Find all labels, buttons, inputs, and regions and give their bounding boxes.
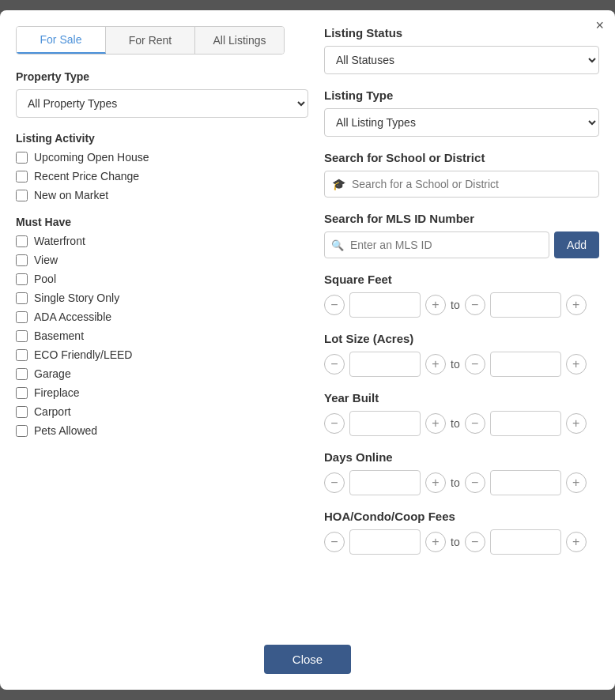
checkbox-pool-input[interactable]: [16, 273, 28, 285]
checkbox-fireplace-label: Fireplace: [34, 386, 80, 399]
hoa-fees-min-increment[interactable]: +: [425, 532, 446, 552]
year-built-max-decrement[interactable]: −: [465, 413, 485, 434]
square-feet-range: − + to − +: [324, 292, 599, 318]
checkbox-waterfront-label: Waterfront: [34, 235, 85, 247]
checkbox-view[interactable]: View: [16, 254, 308, 266]
listing-status-select[interactable]: All Statuses: [324, 46, 599, 74]
checkbox-fireplace[interactable]: Fireplace: [16, 386, 308, 399]
year-built-min-decrement[interactable]: −: [324, 413, 345, 434]
checkbox-new-on-market-input[interactable]: [16, 190, 28, 201]
checkbox-new-on-market[interactable]: New on Market: [16, 189, 308, 201]
square-feet-to: to: [451, 299, 460, 311]
listing-activity-label: Listing Activity: [16, 132, 308, 145]
checkbox-single-story-only-label: Single Story Only: [34, 292, 119, 304]
must-have-label: Must Have: [16, 216, 308, 228]
checkbox-basement-input[interactable]: [16, 330, 28, 342]
close-icon[interactable]: ×: [595, 18, 604, 32]
hoa-fees-max-input[interactable]: [490, 529, 561, 555]
hoa-fees-to: to: [451, 536, 460, 548]
days-online-min-decrement[interactable]: −: [324, 472, 345, 493]
checkbox-upcoming-open-house[interactable]: Upcoming Open House: [16, 151, 308, 164]
search-icon: 🔍: [331, 239, 344, 251]
year-built-max-input[interactable]: [490, 411, 561, 436]
days-online-min-increment[interactable]: +: [425, 472, 446, 493]
days-online-range: − + to − +: [324, 470, 599, 495]
listing-tabs: For Sale For Rent All Listings: [16, 26, 285, 55]
year-built-range: − + to − +: [324, 411, 599, 436]
checkbox-carport-input[interactable]: [16, 406, 28, 418]
checkbox-waterfront[interactable]: Waterfront: [16, 235, 308, 247]
property-type-select[interactable]: All Property Types: [16, 89, 308, 118]
close-button[interactable]: Close: [264, 645, 351, 674]
days-online-min-input[interactable]: [349, 470, 421, 495]
checkbox-waterfront-input[interactable]: [16, 235, 28, 247]
checkbox-upcoming-open-house-input[interactable]: [16, 152, 28, 164]
tab-for-sale[interactable]: For Sale: [17, 27, 106, 54]
checkbox-eco-friendly-label: ECO Friendly/LEED: [34, 348, 132, 361]
square-feet-max-increment[interactable]: +: [566, 295, 587, 315]
year-built-min-increment[interactable]: +: [425, 413, 446, 434]
checkbox-pets-allowed-label: Pets Allowed: [34, 424, 97, 437]
checkbox-garage[interactable]: Garage: [16, 367, 308, 380]
year-built-min-input[interactable]: [349, 411, 421, 436]
year-built-to: to: [451, 417, 460, 430]
mls-input-wrapper: 🔍: [324, 231, 549, 258]
listing-type-select[interactable]: All Listing Types: [324, 108, 599, 137]
checkbox-view-label: View: [34, 254, 58, 266]
checkbox-eco-friendly[interactable]: ECO Friendly/LEED: [16, 348, 308, 361]
checkbox-eco-friendly-input[interactable]: [16, 349, 28, 361]
lot-size-to: to: [451, 358, 460, 371]
checkbox-ada-accessible[interactable]: ADA Accessible: [16, 310, 308, 323]
square-feet-max-input[interactable]: [490, 292, 561, 318]
school-search-wrapper: 🎓: [324, 171, 599, 198]
lot-size-max-decrement[interactable]: −: [465, 354, 485, 374]
checkbox-single-story-only[interactable]: Single Story Only: [16, 292, 308, 304]
must-have-group: Waterfront View Pool Single Story Only A…: [16, 235, 308, 437]
checkbox-recent-price-change[interactable]: Recent Price Change: [16, 170, 308, 183]
square-feet-max-decrement[interactable]: −: [465, 295, 485, 315]
add-mls-button[interactable]: Add: [554, 231, 599, 258]
checkbox-pets-allowed[interactable]: Pets Allowed: [16, 424, 308, 437]
square-feet-min-input[interactable]: [349, 292, 421, 318]
checkbox-pets-allowed-input[interactable]: [16, 425, 28, 437]
checkbox-pool[interactable]: Pool: [16, 273, 308, 285]
year-built-max-increment[interactable]: +: [566, 413, 587, 434]
modal: × For Sale For Rent All Listings Propert…: [0, 10, 615, 690]
checkbox-recent-price-change-input[interactable]: [16, 171, 28, 183]
lot-size-min-input[interactable]: [349, 352, 421, 377]
tab-for-rent[interactable]: For Rent: [106, 27, 195, 54]
days-online-max-decrement[interactable]: −: [465, 472, 485, 493]
lot-size-min-decrement[interactable]: −: [324, 354, 345, 374]
school-search-input[interactable]: [324, 171, 599, 198]
mls-row: 🔍 Add: [324, 231, 599, 258]
square-feet-min-decrement[interactable]: −: [324, 295, 345, 315]
hoa-fees-label: HOA/Condo/Coop Fees: [324, 510, 599, 523]
days-online-to: to: [451, 476, 460, 489]
checkbox-basement[interactable]: Basement: [16, 329, 308, 342]
lot-size-max-input[interactable]: [490, 352, 561, 377]
hoa-fees-max-increment[interactable]: +: [566, 532, 587, 552]
days-online-max-increment[interactable]: +: [566, 472, 587, 493]
checkbox-garage-input[interactable]: [16, 368, 28, 380]
checkbox-pool-label: Pool: [34, 273, 56, 285]
right-panel: Listing Status All Statuses Listing Type…: [324, 26, 599, 629]
listing-activity-group: Upcoming Open House Recent Price Change …: [16, 151, 308, 201]
hoa-fees-max-decrement[interactable]: −: [465, 532, 485, 552]
lot-size-range: − + to − +: [324, 352, 599, 377]
tab-all-listings[interactable]: All Listings: [195, 27, 284, 54]
checkbox-recent-price-change-label: Recent Price Change: [34, 170, 139, 183]
checkbox-carport[interactable]: Carport: [16, 405, 308, 418]
hoa-fees-min-input[interactable]: [349, 529, 421, 555]
square-feet-min-increment[interactable]: +: [425, 295, 446, 315]
square-feet-label: Square Feet: [324, 273, 599, 286]
mls-id-input[interactable]: [324, 231, 549, 258]
hoa-fees-min-decrement[interactable]: −: [324, 532, 345, 552]
lot-size-max-increment[interactable]: +: [566, 354, 587, 374]
checkbox-ada-accessible-input[interactable]: [16, 311, 28, 323]
checkbox-upcoming-open-house-label: Upcoming Open House: [34, 151, 149, 164]
checkbox-single-story-only-input[interactable]: [16, 292, 28, 304]
lot-size-min-increment[interactable]: +: [425, 354, 446, 374]
days-online-max-input[interactable]: [490, 470, 561, 495]
checkbox-fireplace-input[interactable]: [16, 387, 28, 399]
checkbox-view-input[interactable]: [16, 254, 28, 266]
